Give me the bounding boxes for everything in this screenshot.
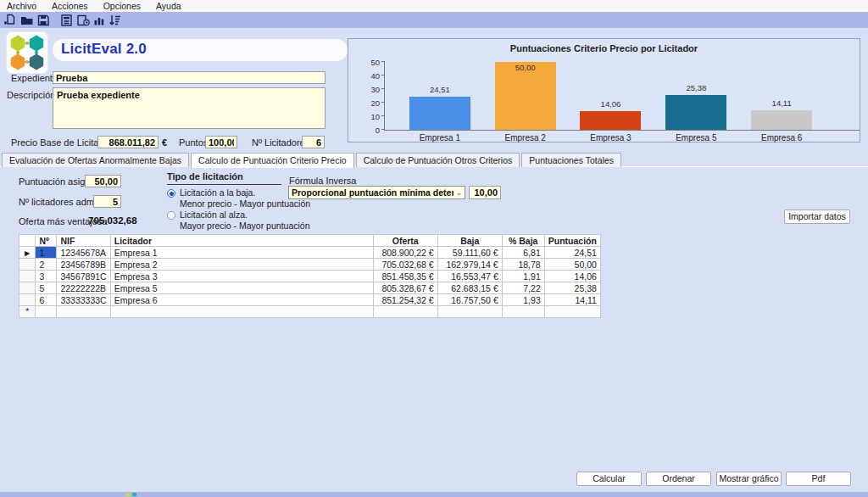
table-cell[interactable]: 6 [36,294,57,306]
taskbar-dot-teal [132,493,136,496]
ordenar-button[interactable]: Ordenar [646,472,711,486]
table-cell[interactable]: 50,00 [544,259,600,271]
pdf-button[interactable]: Pdf [786,472,851,486]
table-cell[interactable]: 808.900,22 € [373,247,437,259]
row-selector[interactable]: ► [19,247,36,259]
bar-empresa-2 [495,62,556,130]
table-cell[interactable]: 22222222B [57,282,110,294]
tab-puntuaciones-totales[interactable]: Puntuaciones Totales [521,153,621,167]
puntuacion-asignada-input[interactable] [85,175,121,187]
expediente-input[interactable] [53,71,326,84]
col-header-puntuacion[interactable]: Puntuación [544,235,600,247]
table-cell[interactable]: Empresa 1 [110,247,373,259]
table-cell[interactable]: 7,22 [502,282,544,294]
empty-cell[interactable] [110,306,373,318]
menu-item-opciones[interactable]: Opciones [97,1,149,11]
table-cell[interactable]: Empresa 3 [110,271,373,282]
tab-evaluacion-ofertas[interactable]: Evaluación de Ofertas Anormalmente Bajas [2,153,189,167]
menu-item-acciones[interactable]: Acciones [45,1,97,11]
table-cell[interactable]: 1 [36,247,57,259]
table-cell[interactable]: 1,93 [502,294,544,306]
x-axis-label: Empresa 6 [745,133,818,142]
empty-cell[interactable] [373,306,437,318]
calcular-button[interactable]: Calcular [576,472,642,486]
precio-base-input[interactable] [97,136,159,148]
table-cell[interactable]: 2 [36,259,57,271]
row-selector[interactable] [19,271,36,282]
licitadores-table: Nº NIF Licitador Oferta Baja % Baja Punt… [19,234,601,318]
table-cell[interactable]: 3 [36,271,57,282]
x-axis-extension [836,130,860,131]
num-licitadores-input[interactable] [302,136,325,148]
sort-descending-icon[interactable] [107,13,123,27]
empty-cell[interactable] [36,306,57,318]
table-cell[interactable]: 805.328,67 € [373,282,437,294]
app-logo [7,32,47,73]
table-cell[interactable]: 59.111,60 € [437,247,502,259]
tab-puntuacion-criterio-precio[interactable]: Calculo de Puntuación Criterio Precio [191,153,354,168]
descripcion-input[interactable]: Prueba expediente [53,87,326,129]
table-cell[interactable]: 23456789B [57,259,110,271]
empty-cell[interactable] [544,306,600,318]
table-cell[interactable]: 851.458,35 € [373,271,437,282]
table-cell[interactable]: Empresa 5 [110,282,373,294]
taskbar-sliver [0,492,868,497]
mostrar-grafico-button[interactable]: Mostrar gráfico [716,472,782,486]
table-cell[interactable]: 162.979,14 € [437,259,502,271]
col-header-pct-baja[interactable]: % Baja [502,235,544,247]
empty-cell[interactable] [502,306,544,318]
table-cell[interactable]: Empresa 6 [110,294,373,306]
col-header-nif[interactable]: NIF [57,235,110,247]
formula-inversa-value-input[interactable] [469,186,501,199]
row-selector[interactable] [19,259,36,271]
table-cell[interactable]: 18,78 [502,259,544,271]
radio-alza-line1: Licitación al alza. [180,209,310,221]
y-tick-label: 50 [359,59,380,66]
tipo-licitacion-title: Tipo de licitación [167,171,281,185]
table-cell[interactable]: 705.032,68 € [373,259,437,271]
calculator-icon[interactable] [58,13,75,27]
menu-item-ayuda[interactable]: Ayuda [149,1,190,11]
table-cell[interactable]: Empresa 2 [110,259,373,271]
tab-puntuacion-otros-criterios[interactable]: Calculo de Puntuación Otros Criterios [356,153,520,167]
table-cell[interactable]: 62.683,15 € [437,282,502,294]
table-cell[interactable]: 24,51 [544,247,600,259]
expediente-label: Expediente [11,73,58,83]
row-selector[interactable] [19,294,36,306]
col-header-numero[interactable]: Nº [36,235,57,247]
radio-licitacion-alza[interactable]: Licitación al alza. Mayor precio - Mayor… [167,209,310,231]
new-row-marker[interactable]: * [19,306,36,318]
col-header-oferta[interactable]: Oferta [373,235,437,247]
table-cell[interactable]: 14,11 [544,294,600,306]
chart-bar-group: 14,06Empresa 3 [580,62,641,130]
table-cell[interactable]: 851.254,32 € [373,294,437,306]
empty-cell[interactable] [57,306,110,318]
table-cell[interactable]: 25,38 [544,282,600,294]
importar-datos-button[interactable]: Importar datos [784,209,850,224]
formula-inversa-selected-option: Proporcional puntuación mínima determina… [289,187,453,198]
table-cell[interactable]: 12345678A [57,247,110,259]
menu-item-archivo[interactable]: Archivo [0,1,45,11]
table-cell[interactable]: 5 [36,282,57,294]
col-header-licitador[interactable]: Licitador [110,235,373,247]
puntos-input[interactable] [205,136,237,148]
row-selector[interactable] [19,282,36,294]
table-cell[interactable]: 33333333C [57,294,110,306]
table-cell[interactable]: 6,81 [502,247,544,259]
bar-empresa-5 [665,95,726,130]
table-cell[interactable]: 1,91 [502,271,544,282]
save-icon[interactable] [35,13,51,27]
open-folder-icon[interactable] [19,13,35,27]
table-cell[interactable]: 34567891C [57,271,110,282]
bar-chart-icon[interactable] [91,13,107,27]
new-file-icon[interactable] [3,13,19,27]
table-cell[interactable]: 14,06 [544,271,600,282]
table-cell[interactable]: 16.757,50 € [437,294,502,306]
empty-cell[interactable] [437,306,502,318]
radio-unselected-icon [167,211,175,220]
table-cell[interactable]: 16.553,47 € [437,271,502,282]
col-header-baja[interactable]: Baja [437,235,502,247]
formula-inversa-select[interactable]: Proporcional puntuación mínima determina… [288,186,465,199]
licitadores-admitidos-input[interactable] [93,195,121,208]
export-report-icon[interactable] [75,13,91,27]
